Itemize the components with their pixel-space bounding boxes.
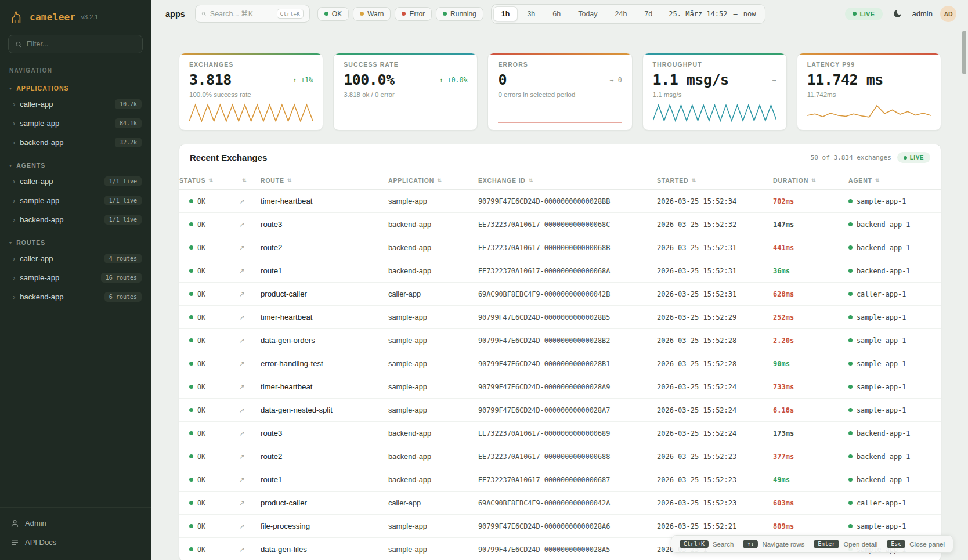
column-header[interactable]: APPLICATION ⇅ xyxy=(388,177,478,184)
range-button[interactable]: 24h xyxy=(607,6,635,21)
column-header[interactable]: STARTED ⇅ xyxy=(657,177,773,184)
sidebar-section-title[interactable]: ▾ ROUTES xyxy=(0,236,151,249)
status-filter-chip[interactable]: Warn xyxy=(353,7,391,21)
sort-icon[interactable]: ⇅ xyxy=(287,178,292,183)
agent-live-dot-icon xyxy=(848,245,853,250)
live-dot-icon xyxy=(853,12,857,16)
status-filter-chip[interactable]: Error xyxy=(395,7,432,21)
dark-mode-toggle[interactable] xyxy=(890,6,905,21)
filter-input[interactable] xyxy=(27,40,136,48)
expand-row-icon[interactable]: ↗ xyxy=(239,499,245,507)
avatar[interactable]: AD xyxy=(940,6,956,22)
sort-icon[interactable]: ⇅ xyxy=(437,178,442,183)
column-header[interactable]: DURATION ⇅ xyxy=(773,177,848,184)
column-header[interactable]: AGENT ⇅ xyxy=(848,177,941,184)
sidebar-filter[interactable] xyxy=(8,35,143,53)
sort-icon[interactable]: ⇅ xyxy=(529,178,533,183)
sidebar-item[interactable]: › backend-app 1/1 live xyxy=(0,210,151,229)
sidebar-item[interactable]: › caller-app 4 routes xyxy=(0,249,151,268)
column-header[interactable]: EXCHANGE ID ⇅ xyxy=(478,177,657,184)
expand-row-icon[interactable]: ↗ xyxy=(239,290,245,298)
expand-row-icon[interactable]: ↗ xyxy=(239,244,245,252)
exchange-count-summary: 50 of 3.834 exchanges xyxy=(811,154,891,161)
table-row[interactable]: OK ↗ route2 backend-app EE7322370A10617-… xyxy=(179,236,941,259)
panel-header-right: 50 of 3.834 exchanges LIVE xyxy=(811,152,930,163)
app-logo[interactable]: cameleer v3.2.1 xyxy=(0,0,151,31)
sidebar-item-label: caller-app xyxy=(20,100,53,109)
table-row[interactable]: OK ↗ product-caller caller-app 69AC90BF8… xyxy=(179,283,941,306)
expand-row-icon[interactable]: ↗ xyxy=(239,221,245,229)
expand-cell: ↗ xyxy=(239,337,261,345)
scrollbar-thumb[interactable] xyxy=(962,31,966,74)
expand-row-icon[interactable]: ↗ xyxy=(239,360,245,368)
sparkline xyxy=(344,102,467,124)
sidebar-section-title[interactable]: ▾ AGENTS xyxy=(0,159,151,172)
expand-row-icon[interactable]: ↗ xyxy=(239,383,245,391)
expand-row-icon[interactable]: ↗ xyxy=(239,545,245,554)
scrollbar[interactable] xyxy=(962,28,966,558)
sidebar-item-badge: 1/1 live xyxy=(104,176,142,186)
expand-row-icon[interactable]: ↗ xyxy=(239,313,245,321)
date-range[interactable]: 25. März 14:52 — now xyxy=(660,10,765,18)
sidebar-item[interactable]: › caller-app 1/1 live xyxy=(0,172,151,191)
status-filter-chip[interactable]: Running xyxy=(436,7,483,21)
column-header[interactable]: ROUTE ⇅ xyxy=(261,177,388,184)
exchange-id-cell: EE7322370A10617-0000000000000688 xyxy=(478,453,657,461)
sidebar-item[interactable]: › caller-app 10.7k xyxy=(0,95,151,114)
sidebar-section-title[interactable]: ▾ APPLICATIONS xyxy=(0,82,151,95)
expand-row-icon[interactable]: ↗ xyxy=(239,453,245,461)
sort-icon[interactable]: ⇅ xyxy=(875,178,880,183)
sidebar-item[interactable]: › sample-app 84.1k xyxy=(0,114,151,133)
table-row[interactable]: OK ↗ product-caller caller-app 69AC90BF8… xyxy=(179,492,941,515)
sidebar-item[interactable]: › sample-app 16 routes xyxy=(0,268,151,287)
search-input[interactable] xyxy=(210,10,273,18)
expand-row-icon[interactable]: ↗ xyxy=(239,522,245,530)
expand-row-icon[interactable]: ↗ xyxy=(239,197,245,205)
range-button[interactable]: 7d xyxy=(636,6,660,21)
sidebar-item-admin[interactable]: Admin xyxy=(0,514,151,533)
table-row[interactable]: OK ↗ data-gen-nested-split sample-app 90… xyxy=(179,399,941,422)
table-row[interactable]: OK ↗ route1 backend-app EE7322370A10617-… xyxy=(179,259,941,283)
sidebar-item[interactable]: › backend-app 6 routes xyxy=(0,287,151,306)
chevron-right-icon: › xyxy=(13,274,15,281)
table-row[interactable]: OK ↗ route3 backend-app EE7322370A10617-… xyxy=(179,213,941,236)
range-button[interactable]: 1h xyxy=(493,6,518,21)
agent-cell: backend-app-1 xyxy=(848,267,941,275)
agent-live-dot-icon xyxy=(848,338,853,342)
range-button[interactable]: 6h xyxy=(544,6,569,21)
table-row[interactable]: OK ↗ timer-heartbeat sample-app 90799F47… xyxy=(179,190,941,213)
sort-icon[interactable]: ⇅ xyxy=(242,178,247,183)
expand-row-icon[interactable]: ↗ xyxy=(239,476,245,484)
live-toggle[interactable]: LIVE xyxy=(845,8,883,20)
breadcrumb-apps[interactable]: apps xyxy=(165,9,185,19)
sort-icon[interactable]: ⇅ xyxy=(691,178,696,183)
sort-icon[interactable]: ⇅ xyxy=(811,178,816,183)
table-row[interactable]: OK ↗ data-gen-orders sample-app 90799F47… xyxy=(179,329,941,352)
range-button[interactable]: Today xyxy=(570,6,605,21)
table-row[interactable]: OK ↗ route3 backend-app EE7322370A10617-… xyxy=(179,422,941,445)
expand-row-icon[interactable]: ↗ xyxy=(239,337,245,345)
table-row[interactable]: OK ↗ timer-heartbeat sample-app 90799F47… xyxy=(179,306,941,329)
table-live-badge[interactable]: LIVE xyxy=(897,152,930,163)
table-row[interactable]: OK ↗ route2 backend-app EE7322370A10617-… xyxy=(179,445,941,468)
expand-row-icon[interactable]: ↗ xyxy=(239,267,245,275)
sidebar-item[interactable]: › sample-app 1/1 live xyxy=(0,191,151,210)
table-row[interactable]: OK ↗ error-handling-test sample-app 9079… xyxy=(179,352,941,375)
column-header[interactable]: ⇅ xyxy=(239,178,261,183)
status-filter-chip[interactable]: OK xyxy=(317,7,349,21)
range-button[interactable]: 3h xyxy=(519,6,543,21)
table-row[interactable]: OK ↗ file-processing sample-app 90799F47… xyxy=(179,515,941,538)
application-cell: backend-app xyxy=(388,266,478,275)
column-header[interactable]: STATUS ⇅ xyxy=(179,177,239,184)
started-cell: 2026-03-25 15:52:28 xyxy=(657,337,773,345)
route-cell: route3 xyxy=(261,220,388,229)
sidebar-item-api-docs[interactable]: API Docs xyxy=(0,533,151,552)
global-search[interactable]: Ctrl+K xyxy=(195,5,310,23)
expand-row-icon[interactable]: ↗ xyxy=(239,429,245,438)
sidebar-item[interactable]: › backend-app 32.2k xyxy=(0,133,151,152)
sort-icon[interactable]: ⇅ xyxy=(208,178,213,183)
table-row[interactable]: OK ↗ timer-heartbeat sample-app 90799F47… xyxy=(179,375,941,399)
expand-row-icon[interactable]: ↗ xyxy=(239,406,245,414)
hint-label: Open detail xyxy=(843,541,877,548)
table-row[interactable]: OK ↗ route1 backend-app EE7322370A10617-… xyxy=(179,468,941,492)
